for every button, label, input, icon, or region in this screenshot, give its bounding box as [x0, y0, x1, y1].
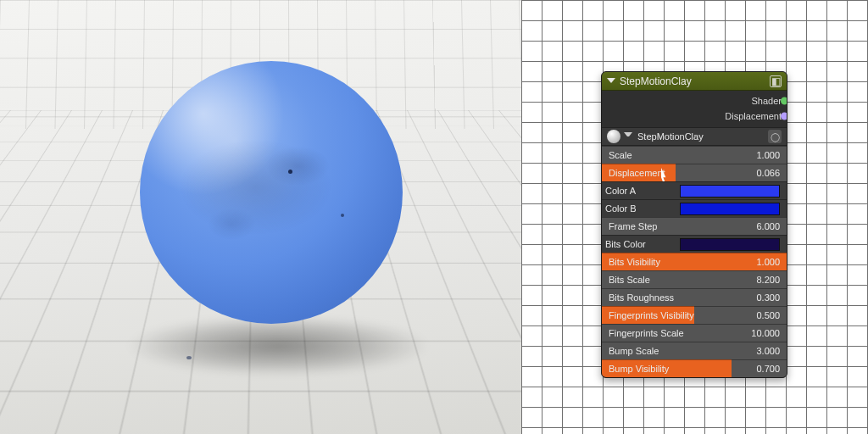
prop-label: Fingerprints Scale [609, 328, 744, 338]
shader-node[interactable]: StepMotionClay ◧ Shader Displacement Ste… [601, 71, 787, 378]
prop-color-a[interactable]: Color A [602, 181, 787, 199]
color-swatch[interactable] [680, 185, 780, 198]
fake-user-icon[interactable]: ◯ [768, 130, 782, 143]
prop-displacement[interactable]: Displacement 0.066 [602, 164, 787, 181]
prop-label: Color A [605, 186, 680, 196]
prop-label: Fingerprints Visibility [609, 310, 744, 320]
prop-value: 6.000 [744, 221, 780, 231]
output-displacement[interactable]: Displacement [607, 108, 782, 124]
prop-label: Displacement [609, 168, 744, 178]
prop-bump-visibility[interactable]: Bump Visibility 0.700 [602, 359, 787, 377]
output-shader[interactable]: Shader [607, 93, 782, 108]
prop-bits-color[interactable]: Bits Color [602, 235, 787, 253]
prop-fingerprints-scale[interactable]: Fingerprints Scale 10.000 [602, 324, 787, 342]
node-editor[interactable]: StepMotionClay ◧ Shader Displacement Ste… [521, 0, 868, 434]
prop-fingerprints-visibility[interactable]: Fingerprints Visibility 0.500 [602, 306, 787, 324]
clay-bit [186, 356, 192, 359]
node-header[interactable]: StepMotionClay ◧ [602, 72, 787, 91]
clay-bit [288, 170, 292, 174]
prop-frame-step[interactable]: Frame Step 6.000 [602, 217, 787, 235]
prop-value: 0.700 [744, 364, 780, 374]
node-title: StepMotionClay [620, 75, 692, 87]
output-label: Shader [752, 96, 782, 106]
clay-bit [341, 214, 344, 217]
prop-bits-visibility[interactable]: Bits Visibility 1.000 [602, 253, 787, 270]
prop-bump-scale[interactable]: Bump Scale 3.000 [602, 342, 787, 359]
material-selector[interactable]: StepMotionClay ◯ [602, 127, 787, 146]
prop-label: Bump Visibility [609, 364, 744, 374]
color-swatch[interactable] [680, 238, 780, 251]
render-viewport[interactable] [0, 0, 521, 434]
prop-scale[interactable]: Scale 1.000 [602, 146, 787, 164]
sphere-shadow [125, 315, 431, 376]
node-outputs: Shader Displacement [602, 91, 787, 127]
prop-label: Scale [609, 150, 744, 160]
prop-value: 3.000 [744, 346, 780, 356]
color-swatch[interactable] [680, 203, 780, 215]
prop-value: 1.000 [744, 150, 780, 160]
prop-label: Bump Scale [609, 346, 744, 356]
prop-value: 0.066 [744, 168, 780, 178]
material-preview-icon [607, 130, 620, 143]
prop-value: 1.000 [744, 257, 780, 267]
prop-label: Bits Roughness [609, 292, 744, 303]
output-label: Displacement [725, 111, 782, 121]
prop-value: 10.000 [744, 328, 780, 338]
prop-bits-scale[interactable]: Bits Scale 8.200 [602, 270, 787, 288]
collapse-icon[interactable] [607, 78, 615, 86]
prop-color-b[interactable]: Color B [602, 199, 787, 217]
chevron-down-icon[interactable] [624, 132, 632, 141]
clay-sphere [140, 61, 403, 324]
node-options-icon[interactable]: ◧ [770, 75, 782, 87]
prop-bits-roughness[interactable]: Bits Roughness 0.300 [602, 288, 787, 306]
prop-label: Bits Color [605, 239, 680, 249]
prop-value: 0.500 [744, 310, 780, 320]
prop-label: Frame Step [609, 221, 744, 231]
prop-value: 0.300 [744, 292, 780, 303]
prop-label: Bits Scale [609, 275, 744, 285]
prop-label: Color B [605, 203, 680, 214]
material-name: StepMotionClay [636, 131, 765, 142]
prop-value: 8.200 [744, 275, 780, 285]
prop-label: Bits Visibility [609, 257, 744, 267]
